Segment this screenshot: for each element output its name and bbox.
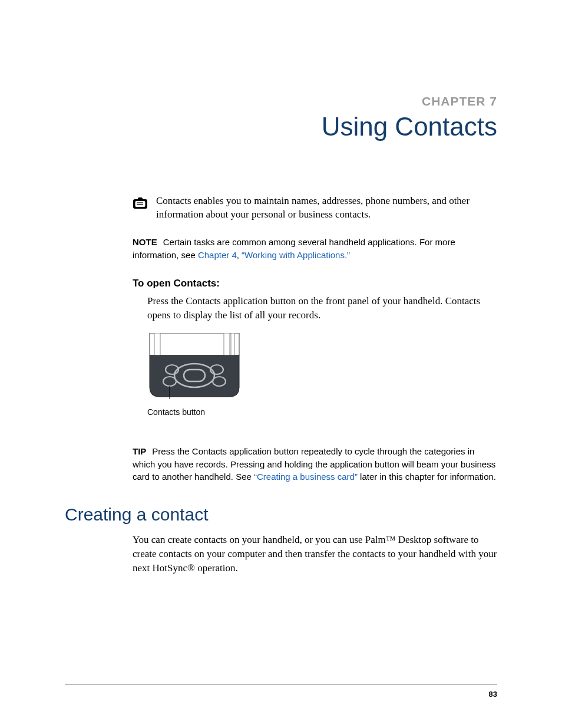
section-body: You can create contacts on your handheld…: [133, 533, 497, 575]
contacts-icon: [133, 197, 148, 210]
open-contacts-subhead: To open Contacts:: [133, 278, 497, 289]
tip-label: TIP: [133, 446, 146, 456]
creating-business-card-link[interactable]: “Creating a business card”: [254, 472, 358, 482]
svg-rect-7: [224, 333, 230, 355]
document-page: CHAPTER 7 Using Contacts Contacts enable…: [0, 0, 562, 728]
svg-rect-8: [231, 333, 234, 355]
figure-caption: Contacts button: [147, 407, 497, 417]
section-heading: Creating a contact: [65, 505, 497, 525]
note-block: NOTECertain tasks are common among sever…: [133, 236, 497, 262]
tip-text-after: later in this chapter for information.: [358, 472, 496, 482]
page-number: 83: [489, 690, 497, 699]
lead-text: Contacts enables you to maintain names, …: [156, 195, 497, 222]
svg-rect-6: [154, 333, 160, 355]
device-figure: [147, 333, 497, 401]
page-title: Using Contacts: [65, 112, 497, 141]
svg-rect-1: [135, 201, 146, 207]
lead-block: Contacts enables you to maintain names, …: [65, 195, 497, 222]
note-label: NOTE: [133, 237, 157, 247]
note-sep: ,: [237, 250, 242, 260]
chapter-4-link[interactable]: Chapter 4: [198, 250, 237, 260]
footer-rule: [65, 684, 497, 684]
svg-rect-2: [138, 197, 143, 200]
working-with-applications-link[interactable]: “Working with Applications.”: [242, 250, 350, 260]
chapter-label: CHAPTER 7: [65, 94, 497, 108]
step-text: Press the Contacts application button on…: [147, 294, 497, 322]
tip-block: TIPPress the Contacts application button…: [133, 445, 497, 483]
